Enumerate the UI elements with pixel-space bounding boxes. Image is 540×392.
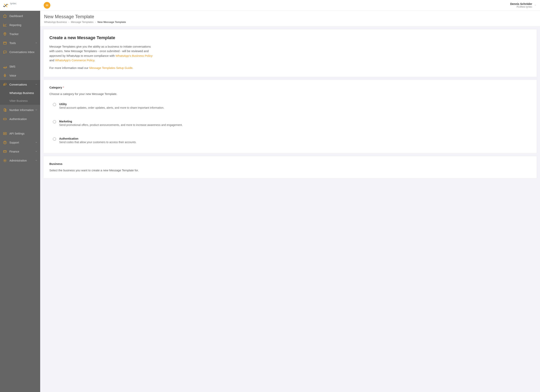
sidebar-item-api-settings[interactable]: API Settings [0, 129, 40, 138]
sidebar-spacer [0, 123, 40, 129]
phone-icon [3, 108, 7, 112]
chevron-down-icon [35, 150, 37, 153]
section-title-text: Category [49, 86, 62, 89]
sidebar-item-label: Reporting [10, 24, 21, 27]
svg-point-13 [5, 119, 6, 119]
radio-marketing[interactable] [53, 120, 56, 123]
user-name: Dennis Schröder [510, 2, 532, 5]
code-icon [3, 131, 7, 136]
chevron-down-icon [35, 42, 37, 45]
option-desc: Send codes that allow your customers to … [59, 141, 137, 144]
intro-text-2: For more information read our Message Te… [49, 66, 153, 70]
tools-icon [3, 41, 7, 45]
svg-point-5 [5, 66, 5, 67]
sidebar: tyntec Dashboard Reporting Tracker [0, 0, 40, 392]
category-title: Category * [49, 86, 531, 89]
svg-point-2 [5, 33, 5, 34]
sidebar-toggle-button[interactable] [44, 2, 50, 9]
sidebar-item-number-information[interactable]: Number Information [0, 106, 40, 115]
brand-logo[interactable]: tyntec [0, 0, 40, 11]
chat-icon [3, 50, 7, 54]
link-setup-guide[interactable]: Message Templates Setup Guide [89, 66, 132, 69]
chevron-down-icon [534, 4, 536, 7]
chevron-right-icon: › [68, 20, 69, 24]
link-business-policy[interactable]: WhatsApp's Business Policy [116, 54, 153, 57]
chevron-up-icon [35, 83, 37, 86]
sidebar-item-reporting[interactable]: Reporting [0, 20, 40, 29]
menu-icon [45, 4, 49, 7]
sidebar-sub-whatsapp-business[interactable]: WhatsApp Business [0, 89, 40, 97]
chevron-down-icon [35, 141, 37, 144]
business-card: Business Select the business you want to… [43, 156, 537, 178]
sidebar-item-voice[interactable]: Voice [0, 71, 40, 80]
svg-point-16 [5, 143, 5, 143]
page-title: New Message Template [44, 14, 536, 19]
chart-line-icon [3, 23, 7, 27]
user-tenant: PLMtest tyntec [510, 5, 532, 8]
sidebar-sub-viber-business[interactable]: Viber Business [0, 97, 40, 105]
svg-point-4 [4, 66, 5, 67]
sidebar-item-label: Tracker [10, 33, 19, 36]
required-marker: * [63, 86, 64, 89]
sidebar-item-authentication[interactable]: Authentication [0, 115, 40, 123]
category-option-utility[interactable]: Utility Send account updates, order upda… [49, 100, 531, 112]
svg-point-12 [5, 119, 5, 119]
sidebar-item-dashboard[interactable]: Dashboard [0, 12, 40, 20]
svg-point-11 [4, 119, 5, 119]
sidebar-sub-label: WhatsApp Business [10, 91, 34, 95]
breadcrumb-item[interactable]: Message Templates [71, 20, 94, 24]
option-desc: Send promotional offers, product announc… [59, 123, 183, 127]
brand-mark-icon [2, 2, 9, 9]
microphone-icon [3, 74, 7, 78]
category-option-marketing[interactable]: Marketing Send promotional offers, produ… [49, 117, 531, 129]
intro-text: Message Templates give you the ability a… [49, 44, 153, 63]
user-menu[interactable]: Dennis Schröder PLMtest tyntec [510, 2, 536, 8]
sidebar-item-conversations-inbox[interactable]: Conversations Inbox [0, 48, 40, 57]
home-icon [3, 14, 7, 18]
breadcrumb-current: New Message Template [97, 20, 126, 24]
intro-card: Create a new Message Template Message Te… [43, 29, 537, 77]
sidebar-item-label: Support [10, 141, 19, 144]
category-hint: Choose a category for your new Message T… [49, 92, 531, 96]
sidebar-item-finance[interactable]: Finance [0, 147, 40, 156]
sidebar-item-label: SMS [10, 65, 15, 68]
category-option-authentication[interactable]: Authentication Send codes that allow you… [49, 134, 531, 147]
intro-heading: Create a new Message Template [49, 35, 531, 40]
topbar: Dennis Schröder PLMtest tyntec [40, 0, 540, 11]
gear-icon [3, 158, 7, 163]
intro-text-fragment: . [94, 59, 95, 62]
sidebar-item-sms[interactable]: SMS [0, 62, 40, 71]
sidebar-item-tools[interactable]: Tools [0, 39, 40, 48]
radio-utility[interactable] [53, 103, 56, 106]
card-icon [3, 149, 7, 154]
sidebar-item-label: Voice [10, 74, 16, 77]
radio-authentication[interactable] [53, 137, 56, 141]
sidebar-item-label: Number Information [10, 108, 34, 112]
sidebar-item-label: Dashboard [10, 15, 23, 18]
sidebar-item-label: Authentication [10, 118, 27, 121]
sidebar-item-label: Tools [10, 42, 16, 45]
svg-rect-3 [4, 42, 6, 44]
sidebar-item-support[interactable]: Support [0, 138, 40, 147]
sidebar-item-conversations[interactable]: Conversations [0, 80, 40, 89]
svg-rect-7 [5, 74, 5, 76]
option-desc: Send account updates, order updates, ale… [59, 106, 164, 109]
sidebar-item-administration[interactable]: Administration [0, 156, 40, 165]
sidebar-item-tracker[interactable]: Tracker [0, 29, 40, 39]
svg-point-18 [5, 160, 5, 161]
sidebar-sub-label: Viber Business [10, 99, 28, 103]
page-header: New Message Template WhatsApp Business ›… [40, 11, 540, 26]
sidebar-item-label: Conversations [10, 83, 27, 86]
breadcrumb-item[interactable]: WhatsApp Business [44, 20, 67, 24]
svg-point-6 [5, 66, 6, 67]
sidebar-submenu-conversations: WhatsApp Business Viber Business [0, 89, 40, 105]
sidebar-item-label: Finance [10, 150, 19, 153]
help-icon [3, 140, 7, 145]
business-hint: Select the business you want to create a… [49, 169, 531, 172]
conversations-icon [3, 83, 7, 87]
link-commerce-policy[interactable]: WhatsApp's Commerce Policy [55, 59, 94, 62]
option-label: Utility [59, 103, 164, 106]
chevron-down-icon [35, 108, 37, 112]
sidebar-item-label: API Settings [10, 132, 25, 135]
svg-point-1 [3, 6, 4, 7]
